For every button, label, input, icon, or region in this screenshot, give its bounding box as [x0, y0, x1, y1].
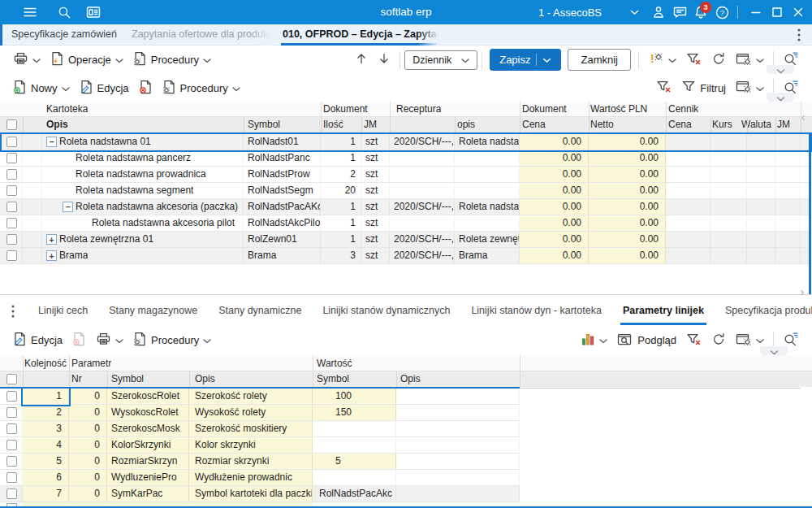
operacje-button[interactable]: Operacje: [45, 48, 128, 72]
param-row[interactable]: 20WysokoscRoletWysokość rolety150: [0, 405, 520, 421]
toolbar-collapse-chip[interactable]: [767, 65, 794, 74]
row-checkbox[interactable]: [6, 472, 17, 483]
row-checkbox[interactable]: [6, 407, 17, 418]
overflow-menu-icon[interactable]: [11, 304, 15, 319]
item-row[interactable]: Roleta nadstawna pancerzRolNadstPanc1szt…: [0, 150, 809, 167]
detail-tab-4[interactable]: Linijki stanów dyn - kartoteka: [460, 297, 612, 325]
edycja-param-button[interactable]: Edycja: [8, 328, 67, 352]
select-all-checkbox[interactable]: [6, 374, 17, 384]
move-down-button[interactable]: [373, 49, 395, 71]
print-param-button[interactable]: [91, 328, 128, 352]
column-group-header[interactable]: Kartoteka: [46, 102, 88, 117]
column-group-wartosc[interactable]: Wartość: [317, 355, 352, 371]
maximize-icon[interactable]: [768, 3, 786, 21]
podglad-button[interactable]: Podgląd: [612, 329, 681, 352]
grid-settings-button[interactable]: [731, 76, 769, 99]
row-checkbox[interactable]: [6, 250, 17, 261]
dziennik-select[interactable]: Dziennik: [404, 50, 477, 70]
item-row[interactable]: −Roleta nadstawna akcesoria (paczka)RolN…: [0, 199, 809, 215]
document-tab-0[interactable]: Specyfikacje zamówień: [0, 24, 120, 46]
column-header-cennik_cena[interactable]: Cena: [668, 117, 692, 132]
row-checkbox[interactable]: [6, 153, 17, 163]
column-header-opis[interactable]: Opis: [195, 371, 215, 387]
column-header-w_opis[interactable]: Opis: [400, 371, 421, 387]
row-checkbox[interactable]: [6, 234, 17, 245]
delete-button[interactable]: [134, 76, 158, 100]
minimize-icon[interactable]: [747, 3, 765, 21]
chat-icon[interactable]: [671, 3, 689, 21]
close-icon[interactable]: [789, 3, 807, 21]
clear-filter-button[interactable]: [651, 76, 676, 99]
toolbar-collapse-chip[interactable]: [760, 346, 788, 355]
zamknij-button[interactable]: Zamknij: [568, 49, 631, 71]
document-tab-2[interactable]: 010, OFPROD – Edycja – Zapytania ofert: [271, 24, 438, 46]
nowy-button[interactable]: Nowy: [8, 76, 75, 100]
grid-settings-button[interactable]: [731, 49, 769, 72]
zapisz-button[interactable]: Zapisz: [490, 49, 561, 71]
filtruj-button[interactable]: Filtruj: [676, 76, 731, 99]
user-icon[interactable]: [650, 3, 667, 21]
detail-tab-6[interactable]: Specyfikacja produkcyjna: [715, 297, 812, 325]
param-row[interactable]: 50RozmiarSkrzynRozmiar skrzynki5: [0, 454, 520, 470]
tree-expand-icon[interactable]: +: [46, 234, 57, 245]
tree-expand-icon[interactable]: +: [46, 250, 57, 261]
column-header-symbol[interactable]: Symbol: [111, 371, 144, 387]
column-group-header[interactable]: Cennik: [668, 102, 698, 117]
column-group-kolejnosc[interactable]: Kolejność: [24, 355, 67, 371]
column-header-jm[interactable]: JM: [364, 117, 377, 132]
column-group-header[interactable]: Wartość PLN: [590, 102, 647, 117]
row-checkbox[interactable]: [6, 488, 17, 499]
detail-tab-5[interactable]: Parametry linijek: [612, 297, 715, 325]
right-panel-strip[interactable]: [809, 132, 811, 294]
param-row[interactable]: 60WydluzenieProWydłużenie prowadnic: [0, 470, 520, 486]
move-up-button[interactable]: [350, 49, 373, 71]
column-header-ilosc[interactable]: Ilość: [323, 117, 343, 132]
collapse-panel-left-icon[interactable]: ‹: [797, 109, 809, 125]
clear-filter-button[interactable]: [681, 49, 706, 72]
column-header-symbol[interactable]: Symbol: [248, 117, 280, 132]
detail-tab-2[interactable]: Stany dynamiczne: [208, 297, 312, 325]
chart-button[interactable]: [577, 329, 612, 352]
param-row[interactable]: 40KolorSkrzynkiKolor skrzynki: [0, 437, 520, 454]
refresh-button[interactable]: [706, 49, 731, 72]
detail-tab-0[interactable]: Linijki cech: [28, 297, 98, 325]
toolbar-collapse-chip[interactable]: [767, 93, 794, 102]
row-checkbox[interactable]: [6, 391, 17, 402]
column-header-nr[interactable]: Nr: [71, 371, 82, 387]
column-header-netto[interactable]: Netto: [590, 117, 614, 132]
search-icon[interactable]: [55, 3, 73, 21]
column-header-opis[interactable]: Opis: [46, 117, 68, 132]
procedury-param-button[interactable]: Procedury: [128, 328, 216, 352]
edycja-button[interactable]: Edycja: [75, 76, 134, 100]
item-row[interactable]: −Roleta nadstawna 01RolNadst011szt2020/S…: [0, 134, 809, 150]
item-row[interactable]: Roleta nadstawna prowadnicaRolNadstProw2…: [0, 167, 809, 183]
row-checkbox[interactable]: [6, 440, 17, 450]
news-card-icon[interactable]: [84, 3, 102, 21]
refresh-button[interactable]: [706, 329, 731, 352]
column-header-rec_opis[interactable]: opis: [457, 117, 475, 132]
clear-filter-button[interactable]: [681, 329, 706, 352]
column-group-header[interactable]: Receptura: [396, 102, 441, 117]
item-row[interactable]: +Roleta zewnętrzna 01RolZewn011szt2020/S…: [0, 232, 809, 248]
help-icon[interactable]: ?: [713, 3, 731, 21]
column-header-cena[interactable]: Cena: [522, 117, 546, 132]
column-group-parametr[interactable]: Parametr: [71, 355, 111, 371]
procedury-items-button[interactable]: Procedury: [158, 76, 245, 100]
select-all-checkbox[interactable]: [6, 119, 17, 130]
item-row[interactable]: Roleta nadstawna segmentRolNadstSegm20sz…: [0, 183, 809, 199]
column-header-cennik_jm[interactable]: JM: [777, 117, 790, 132]
item-row[interactable]: Roleta nadstawna akcesoria pilotRolNadst…: [0, 215, 809, 232]
overflow-menu-icon[interactable]: [793, 28, 806, 42]
row-checkbox[interactable]: [6, 218, 17, 228]
param-row[interactable]: 30SzerokoscMoskSzerokość moskitiery: [0, 421, 520, 437]
detail-tab-1[interactable]: Stany magazynowe: [98, 297, 208, 325]
run-procedure-button[interactable]: !: [643, 48, 681, 72]
column-header-w_symbol[interactable]: Symbol: [317, 371, 349, 387]
hamburger-menu-icon[interactable]: [21, 3, 39, 21]
tree-collapse-icon[interactable]: −: [46, 137, 57, 147]
row-checkbox[interactable]: [6, 185, 17, 196]
company-selector[interactable]: 1 - AssecoBS: [497, 0, 643, 24]
column-header-kurs[interactable]: Kurs: [712, 117, 732, 132]
column-header-waluta[interactable]: Waluta: [741, 117, 771, 132]
row-checkbox[interactable]: [6, 456, 17, 467]
